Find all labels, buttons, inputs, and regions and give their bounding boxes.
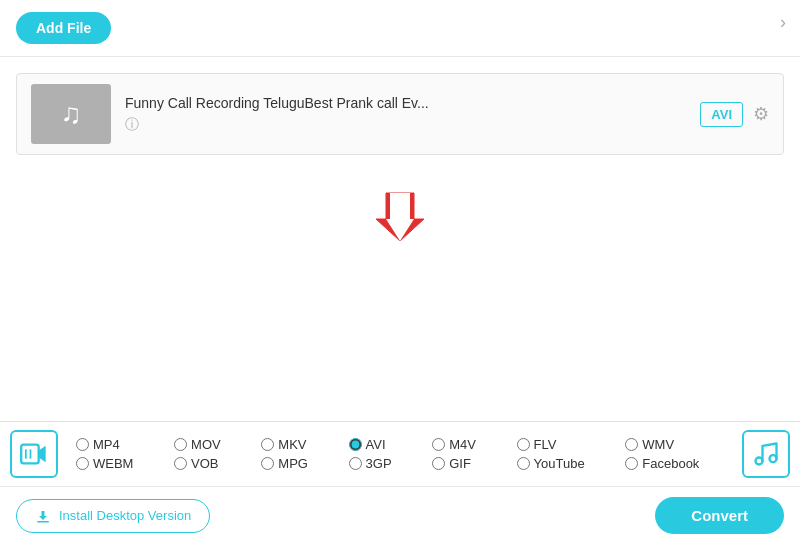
format-option-webm[interactable]: WEBM bbox=[68, 456, 166, 471]
file-name: Funny Call Recording TeluguBest Prank ca… bbox=[125, 95, 700, 111]
format-option-mpg[interactable]: MPG bbox=[253, 456, 340, 471]
format-option-vob[interactable]: VOB bbox=[166, 456, 253, 471]
format-option-mov[interactable]: MOV bbox=[166, 437, 253, 452]
format-option-mkv[interactable]: MKV bbox=[253, 437, 340, 452]
video-icon bbox=[20, 440, 48, 468]
music-icon: ♫ bbox=[61, 98, 82, 130]
file-thumbnail: ♫ bbox=[31, 84, 111, 144]
file-item: ♫ Funny Call Recording TeluguBest Prank … bbox=[16, 73, 784, 155]
file-actions: AVI ⚙ bbox=[700, 102, 769, 127]
file-info: Funny Call Recording TeluguBest Prank ca… bbox=[125, 95, 700, 134]
convert-button[interactable]: Convert bbox=[655, 497, 784, 534]
down-arrow-icon bbox=[376, 191, 424, 243]
format-option-3gp[interactable]: 3GP bbox=[341, 456, 425, 471]
format-option-m4v[interactable]: M4V bbox=[424, 437, 508, 452]
format-option-gif[interactable]: GIF bbox=[424, 456, 508, 471]
format-row: MP4 MOV MKV AVI M4V FLV WM bbox=[0, 422, 800, 486]
format-badge[interactable]: AVI bbox=[700, 102, 743, 127]
footer-bar: Install Desktop Version Convert bbox=[0, 486, 800, 544]
formats-grid: MP4 MOV MKV AVI M4V FLV WM bbox=[68, 437, 732, 471]
video-format-icon-box[interactable] bbox=[10, 430, 58, 478]
file-list: ♫ Funny Call Recording TeluguBest Prank … bbox=[0, 57, 800, 171]
svg-marker-1 bbox=[386, 193, 414, 241]
music-note-icon bbox=[752, 440, 780, 468]
format-selector-bar: MP4 MOV MKV AVI M4V FLV WM bbox=[0, 421, 800, 544]
close-button[interactable]: › bbox=[780, 12, 786, 33]
svg-point-5 bbox=[756, 458, 763, 465]
info-icon[interactable]: ⓘ bbox=[125, 116, 139, 132]
svg-point-6 bbox=[770, 455, 777, 462]
install-desktop-button[interactable]: Install Desktop Version bbox=[16, 499, 210, 533]
format-option-facebook[interactable]: Facebook bbox=[617, 456, 732, 471]
add-file-button[interactable]: Add File bbox=[16, 12, 111, 44]
install-label: Install Desktop Version bbox=[59, 508, 191, 523]
settings-icon[interactable]: ⚙ bbox=[753, 103, 769, 125]
audio-format-icon-box[interactable] bbox=[742, 430, 790, 478]
svg-rect-7 bbox=[37, 521, 49, 523]
format-option-youtube[interactable]: YouTube bbox=[509, 456, 618, 471]
download-icon bbox=[35, 508, 51, 524]
top-bar: Add File › bbox=[0, 0, 800, 57]
format-option-wmv[interactable]: WMV bbox=[617, 437, 732, 452]
format-option-avi[interactable]: AVI bbox=[341, 437, 425, 452]
format-option-flv[interactable]: FLV bbox=[509, 437, 618, 452]
format-option-mp4[interactable]: MP4 bbox=[68, 437, 166, 452]
